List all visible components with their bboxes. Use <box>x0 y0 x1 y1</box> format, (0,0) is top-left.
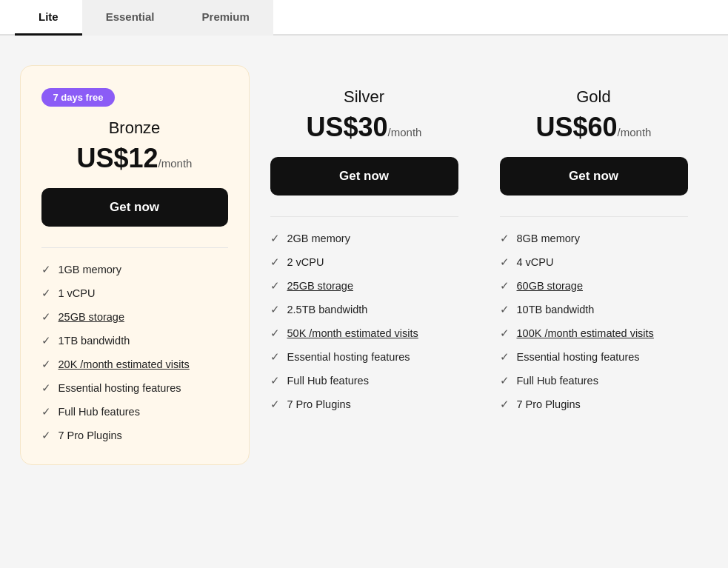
feature-text-1: 4 vCPU <box>517 256 554 268</box>
check-icon: ✓ <box>270 350 280 364</box>
check-icon: ✓ <box>500 303 510 316</box>
feature-text-6: Full Hub features <box>517 375 598 387</box>
feature-link-4[interactable]: 100K /month estimated visits <box>517 327 654 339</box>
feature-item: ✓ Full Hub features <box>500 374 688 387</box>
feature-item: ✓ 8GB memory <box>500 232 688 245</box>
feature-text-7: 7 Pro Plugins <box>59 430 122 441</box>
feature-text-3: 1TB bandwidth <box>59 335 130 347</box>
check-icon: ✓ <box>41 429 51 442</box>
feature-item: ✓ 60GB storage <box>500 279 688 293</box>
feature-text-0: 1GB memory <box>59 264 121 275</box>
feature-link-2[interactable]: 60GB storage <box>517 280 583 292</box>
check-icon: ✓ <box>41 287 51 300</box>
tabs-bar: LiteEssentialPremium <box>0 0 728 36</box>
check-icon: ✓ <box>500 255 510 269</box>
feature-item: ✓ 25GB storage <box>41 310 228 324</box>
check-icon: ✓ <box>500 279 510 293</box>
check-icon: ✓ <box>41 381 51 395</box>
feature-item: ✓ 1TB bandwidth <box>41 334 228 347</box>
check-icon: ✓ <box>41 310 51 324</box>
plan-card-silver: Silver US$30/month Get now ✓ 2GB memory … <box>250 65 479 465</box>
feature-item: ✓ 50K /month estimated visits <box>270 327 458 340</box>
check-icon: ✓ <box>270 232 280 245</box>
get-now-button[interactable]: Get now <box>270 157 458 196</box>
feature-item: ✓ Essential hosting features <box>270 350 458 364</box>
plan-card-bronze: 7 days free Bronze US$12/month Get now ✓… <box>20 65 250 465</box>
feature-link-2[interactable]: 25GB storage <box>287 280 353 292</box>
check-icon: ✓ <box>500 374 510 387</box>
feature-item: ✓ 1 vCPU <box>41 287 228 300</box>
feature-text-0: 2GB memory <box>287 233 350 244</box>
check-icon: ✓ <box>270 327 280 340</box>
check-icon: ✓ <box>500 232 510 245</box>
feature-item: ✓ Full Hub features <box>41 405 228 418</box>
feature-item: ✓ 2 vCPU <box>270 255 458 269</box>
get-now-button[interactable]: Get now <box>41 188 228 227</box>
plan-name: Gold <box>500 87 688 107</box>
feature-text-3: 10TB bandwidth <box>517 304 595 315</box>
plans-area: 7 days free Bronze US$12/month Get now ✓… <box>0 36 728 495</box>
plan-name: Silver <box>270 87 458 107</box>
divider <box>41 247 228 248</box>
check-icon: ✓ <box>270 255 280 269</box>
feature-item: ✓ 7 Pro Plugins <box>41 429 228 442</box>
check-icon: ✓ <box>270 279 280 293</box>
feature-text-1: 2 vCPU <box>287 256 324 268</box>
feature-item: ✓ 2GB memory <box>270 232 458 245</box>
plan-card-gold: Gold US$60/month Get now ✓ 8GB memory ✓ … <box>479 65 709 465</box>
tab-premium[interactable]: Premium <box>178 0 273 36</box>
check-icon: ✓ <box>500 398 510 411</box>
plan-price: US$30/month <box>270 113 458 142</box>
feature-text-5: Essential hosting features <box>287 351 410 363</box>
check-icon: ✓ <box>500 327 510 340</box>
feature-item: ✓ 10TB bandwidth <box>500 303 688 316</box>
check-icon: ✓ <box>270 303 280 316</box>
feature-item: ✓ 100K /month estimated visits <box>500 327 688 340</box>
check-icon: ✓ <box>41 334 51 347</box>
check-icon: ✓ <box>500 350 510 364</box>
feature-text-7: 7 Pro Plugins <box>517 398 581 410</box>
feature-item: ✓ 2.5TB bandwidth <box>270 303 458 316</box>
feature-item: ✓ 20K /month estimated visits <box>41 358 228 371</box>
feature-item: ✓ Essential hosting features <box>41 381 228 395</box>
feature-list: ✓ 2GB memory ✓ 2 vCPU ✓ 25GB storage ✓ 2… <box>270 232 458 411</box>
feature-text-6: Full Hub features <box>59 406 140 418</box>
check-icon: ✓ <box>41 358 51 371</box>
feature-link-4[interactable]: 50K /month estimated visits <box>287 327 418 339</box>
free-trial-badge: 7 days free <box>41 88 116 107</box>
get-now-button[interactable]: Get now <box>500 157 688 196</box>
check-icon: ✓ <box>270 374 280 387</box>
feature-item: ✓ 25GB storage <box>270 279 458 293</box>
feature-text-0: 8GB memory <box>517 233 580 244</box>
plan-price: US$12/month <box>41 144 228 173</box>
tab-essential[interactable]: Essential <box>82 0 178 36</box>
feature-link-4[interactable]: 20K /month estimated visits <box>59 358 190 370</box>
feature-item: ✓ Full Hub features <box>270 374 458 387</box>
feature-text-6: Full Hub features <box>287 375 369 387</box>
page-wrapper: LiteEssentialPremium 7 days free Bronze … <box>0 0 728 568</box>
feature-list: ✓ 1GB memory ✓ 1 vCPU ✓ 25GB storage ✓ 1… <box>41 263 228 442</box>
feature-list: ✓ 8GB memory ✓ 4 vCPU ✓ 60GB storage ✓ 1… <box>500 232 688 411</box>
feature-text-7: 7 Pro Plugins <box>287 398 351 410</box>
divider <box>500 216 688 217</box>
plan-name: Bronze <box>41 118 228 138</box>
feature-link-2[interactable]: 25GB storage <box>59 311 124 323</box>
feature-item: ✓ 7 Pro Plugins <box>500 398 688 411</box>
feature-text-5: Essential hosting features <box>59 382 181 394</box>
tab-lite[interactable]: Lite <box>15 0 82 36</box>
feature-item: ✓ 4 vCPU <box>500 255 688 269</box>
feature-item: ✓ Essential hosting features <box>500 350 688 364</box>
feature-item: ✓ 1GB memory <box>41 263 228 276</box>
feature-text-1: 1 vCPU <box>59 287 96 299</box>
check-icon: ✓ <box>41 263 51 276</box>
plan-price: US$60/month <box>500 113 688 142</box>
feature-text-5: Essential hosting features <box>517 351 640 363</box>
divider <box>270 216 458 217</box>
feature-item: ✓ 7 Pro Plugins <box>270 398 458 411</box>
check-icon: ✓ <box>41 405 51 418</box>
check-icon: ✓ <box>270 398 280 411</box>
feature-text-3: 2.5TB bandwidth <box>287 304 368 315</box>
